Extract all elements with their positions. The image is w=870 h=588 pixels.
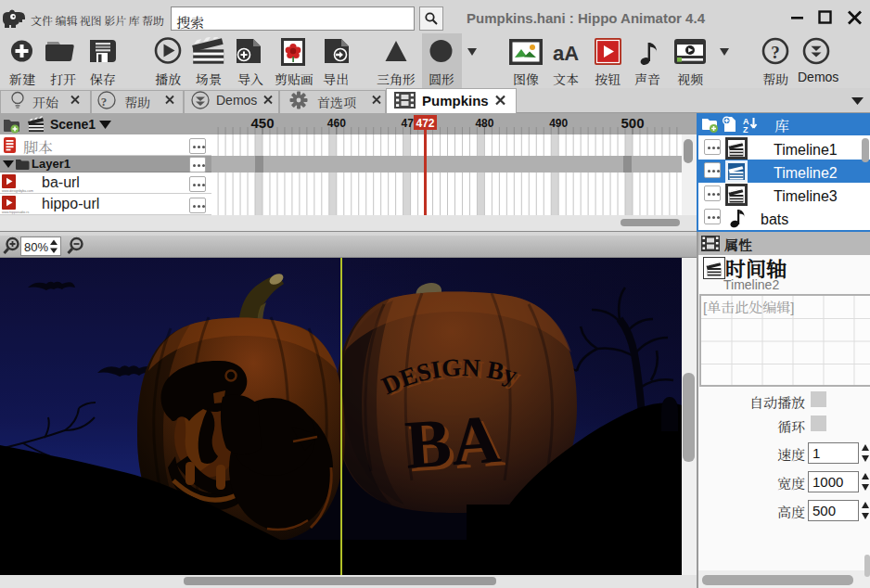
svg-text:450: 450 xyxy=(250,115,274,131)
svg-text:500: 500 xyxy=(621,115,644,131)
svg-text:460: 460 xyxy=(327,117,346,130)
svg-text:?: ? xyxy=(771,43,780,62)
svg-text:?: ? xyxy=(101,95,108,109)
svg-text:Z: Z xyxy=(743,125,748,134)
svg-text:472: 472 xyxy=(416,117,434,130)
svg-text:480: 480 xyxy=(475,117,493,130)
svg-text:490: 490 xyxy=(549,117,568,130)
svg-text:aA: aA xyxy=(553,42,579,65)
